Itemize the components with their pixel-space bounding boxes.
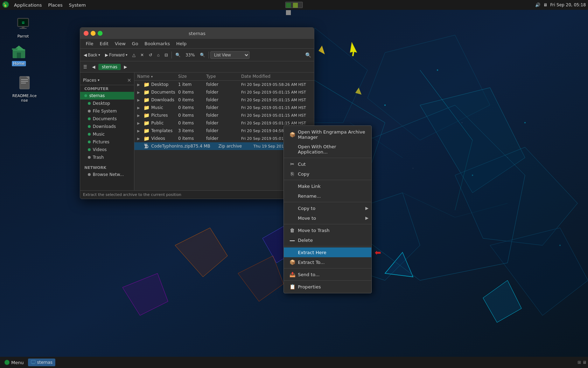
ctx-open-engrampa[interactable]: 📦 Open With Engrampa Archive Manager <box>284 127 371 142</box>
ctx-delete[interactable]: — Delete <box>284 235 371 245</box>
ctx-properties-label: Properties <box>298 284 321 289</box>
ctx-make-link-label: Make Link <box>298 184 321 189</box>
menu-view[interactable]: View <box>112 40 128 47</box>
menu-help[interactable]: Help <box>173 40 189 47</box>
places-dropdown-icon[interactable]: ▾ <box>98 78 99 82</box>
desktop-icon-parrot[interactable]: 🖥 Parrot <box>13 14 33 40</box>
stop-button[interactable]: ✕ <box>138 52 146 59</box>
table-row[interactable]: ▶ 📁 Downloads 0 items folder Fri 20 Sep … <box>134 96 314 104</box>
trash-dot-icon <box>88 156 91 159</box>
sidebar-item-browse-network[interactable]: Browse Netw... <box>80 171 134 178</box>
ctx-move-to[interactable]: Move to ▶ <box>284 213 371 223</box>
ctx-copy-label: Copy <box>298 171 309 177</box>
menu-edit[interactable]: Edit <box>97 40 111 47</box>
ctx-send-to-label: Send to... <box>298 272 320 277</box>
col-name-header[interactable]: Name ▾ <box>137 74 178 79</box>
extract-to-icon: 📦 <box>289 259 295 265</box>
display-icon[interactable]: 🖥 <box>543 2 547 7</box>
volume-icon[interactable]: 🔊 <box>535 2 540 7</box>
expand-arrow-icon: ▶ <box>137 144 141 148</box>
sidebar-item-trash[interactable]: Trash <box>80 154 134 161</box>
location-prev-button[interactable]: ◀ <box>90 63 97 70</box>
ctx-separator-5 <box>284 246 371 246</box>
window-minimize-button[interactable] <box>91 31 96 36</box>
datetime: Fri Sep 20, 05:18 <box>550 2 586 7</box>
places-close-button[interactable]: ✕ <box>127 77 131 83</box>
col-size-header[interactable]: Size <box>178 74 206 79</box>
col-type-header[interactable]: Type <box>206 74 241 79</box>
zoom-level: 33% <box>183 52 197 58</box>
ctx-send-to[interactable]: 📤 Send to... <box>284 270 371 279</box>
zoom-in-button[interactable]: 🔍 <box>198 52 207 59</box>
ctx-rename[interactable]: Rename... <box>284 191 371 201</box>
ctx-extract-to[interactable]: 📦 Extract To... <box>284 257 371 267</box>
breadcrumb-sternas[interactable]: sternas <box>98 64 121 70</box>
app-indicator-1[interactable] <box>285 2 303 8</box>
split-button[interactable]: ⊟ <box>162 52 170 59</box>
sidebar-item-music[interactable]: Music <box>80 130 134 138</box>
parrot-logo[interactable]: 🦜 <box>2 1 9 9</box>
tray-display-icon[interactable]: 🖥 <box>582 360 587 365</box>
expand-arrow-icon: ▶ <box>137 98 141 102</box>
ctx-make-link[interactable]: Make Link <box>284 181 371 191</box>
zoom-out-button[interactable]: 🔍 <box>173 52 183 59</box>
system-tray: ⊞ 🖥 <box>578 360 587 365</box>
back-dropdown-icon: ▾ <box>98 53 100 57</box>
sidebar-item-desktop[interactable]: Desktop <box>80 100 134 107</box>
ctx-cut[interactable]: ✂ Cut <box>284 159 371 169</box>
forward-button[interactable]: ▶ Forward ▾ <box>103 52 130 59</box>
sidebar-item-filesystem[interactable]: File System <box>80 107 134 115</box>
home-button[interactable]: ⌂ <box>155 52 162 59</box>
sidebar-item-downloads[interactable]: Downloads <box>80 123 134 130</box>
ctx-open-other[interactable]: Open With Other Application... <box>284 142 371 157</box>
window-close-button[interactable] <box>84 31 89 36</box>
svg-point-27 <box>437 69 438 71</box>
svg-point-55 <box>5 360 9 365</box>
ctx-separator-2 <box>284 180 371 180</box>
file-list-header: Name ▾ Size Type Date Modified <box>134 73 314 81</box>
taskbar-system[interactable]: System <box>66 2 89 8</box>
window-maximize-button[interactable] <box>98 31 103 36</box>
ctx-copy[interactable]: ⎘ Copy <box>284 169 371 179</box>
content-area: Places ▾ ✕ Computer sternas Desktop File… <box>80 73 314 190</box>
ctx-move-trash[interactable]: 🗑 Move to Trash <box>284 225 371 235</box>
table-row[interactable]: ▶ 📁 Documents 0 items folder Fri 20 Sep … <box>134 88 314 96</box>
menu-go[interactable]: Go <box>129 40 141 47</box>
sidebar-item-videos[interactable]: Videos <box>80 146 134 154</box>
menu-bookmarks[interactable]: Bookmarks <box>142 40 173 47</box>
table-row[interactable]: ▶ 📁 Pictures 0 items folder Fri 20 Sep 2… <box>134 111 314 119</box>
col-date-header[interactable]: Date Modified <box>241 74 311 79</box>
menu-file[interactable]: File <box>83 40 96 47</box>
ctx-delete-label: Delete <box>298 238 313 243</box>
network-dot-icon <box>88 173 91 176</box>
places-toggle-button[interactable]: ☰ <box>82 63 89 70</box>
up-icon: △ <box>132 53 135 57</box>
sidebar-item-documents[interactable]: Documents <box>80 115 134 123</box>
expand-arrow-icon: ▶ <box>137 106 141 110</box>
up-button[interactable]: △ <box>130 52 138 59</box>
table-row[interactable]: ▶ 📁 Music 0 items folder Fri 20 Sep 2019… <box>134 104 314 111</box>
start-menu-button[interactable]: Menu <box>1 358 27 367</box>
ctx-properties[interactable]: 📋 Properties <box>284 282 371 292</box>
desktop-icon-home[interactable]: Home <box>9 41 29 68</box>
tray-grid-icon[interactable]: ⊞ <box>578 360 581 365</box>
svg-rect-57 <box>32 363 35 364</box>
search-button[interactable]: 🔍 <box>304 51 313 59</box>
view-selector[interactable]: List View Icon View Compact View <box>210 51 250 59</box>
ctx-rename-label: Rename... <box>298 193 321 199</box>
taskbar-applications[interactable]: Applications <box>11 2 44 8</box>
back-button[interactable]: ◀ Back ▾ <box>82 52 102 59</box>
taskbar-places[interactable]: Places <box>45 2 65 8</box>
location-next-button[interactable]: ▶ <box>122 63 129 70</box>
properties-icon: 📋 <box>289 284 295 289</box>
sidebar-item-pictures[interactable]: Pictures <box>80 138 134 146</box>
ctx-copy-to[interactable]: Copy to ▶ <box>284 203 371 213</box>
sidebar-item-sternas[interactable]: sternas <box>80 92 134 100</box>
table-row[interactable]: ▶ 📁 Desktop 1 item folder Fri 20 Sep 201… <box>134 81 314 88</box>
taskbar-top-middle <box>285 2 303 8</box>
sternas-taskbar-button[interactable]: sternas <box>28 359 55 366</box>
ctx-extract-here[interactable]: Extract Here ⬅ <box>284 247 371 257</box>
svg-point-26 <box>384 104 386 106</box>
desktop-icon-readme[interactable]: README.license <box>9 74 40 104</box>
reload-button[interactable]: ↺ <box>147 52 154 59</box>
